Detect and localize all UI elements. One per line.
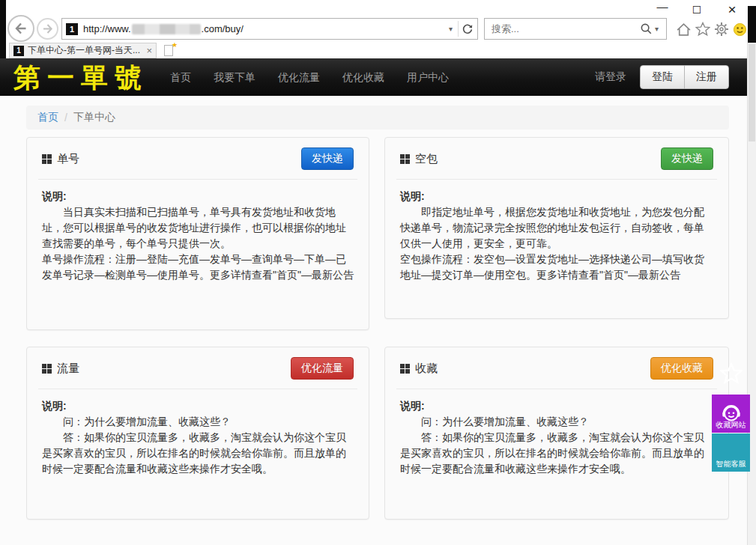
nav-item-home[interactable]: 首页 [159,58,202,96]
card-paragraph: 单号操作流程：注册—登陆—充值—发单号—查询单号—下单—已发单号记录—检测单号—… [42,252,354,283]
forward-button[interactable] [37,18,58,40]
card-title: 单号 [57,152,79,166]
register-button[interactable]: 注册 [684,65,729,89]
card-paragraph: 答：如果你的宝贝流量多，收藏多，淘宝就会认为你这个宝贝是买家喜欢的宝贝，所以在排… [400,430,713,477]
forward-arrow-icon [41,22,54,35]
feedback-smiley-icon[interactable] [731,22,748,37]
breadcrumb-home-link[interactable]: 首页 [37,111,58,124]
tab-favicon: 1 [13,46,24,56]
desktop-edge-right [748,6,756,43]
card-paragraph: 即指定地址单号，根据您发货地址和收货地址，为您发包分配快递单号，物流记录完全按照… [400,204,713,252]
card-header: 收藏 优化收藏 [385,347,728,389]
search-box[interactable]: ▾ [484,18,667,40]
card-paragraph: 空包操作流程：发空包—设置发货地址—选择快递公司—填写收货地址—提交订单—使用空… [400,252,713,283]
card-traffic: 流量 优化流量 说明: 问：为什么要增加流量、收藏这些？ 答：如果你的宝贝流量多… [26,347,369,520]
card-body: 说明: 即指定地址单号，根据您发货地址和收货地址，为您发包分配快递单号，物流记录… [385,180,728,305]
nav-menu: 首页 我要下单 优化流量 优化收藏 用户中心 [159,58,460,96]
search-input[interactable] [490,22,640,35]
card-paragraph: 问：为什么要增加流量、收藏这些？ [42,414,354,430]
send-express-button[interactable]: 发快递 [661,147,713,170]
card-body: 说明: 当日真实未扫描和已扫描单号，单号具有发货地址和收货地址，您可以根据单号的… [27,180,369,305]
url-domain-blurred [132,24,201,34]
tab-title: 下单中心-第一单号网-当天... [28,44,143,57]
tab-close-icon[interactable]: × [146,45,152,56]
headset-smiley-icon [720,401,743,427]
note-label: 说明: [400,398,713,414]
card-favorites: 收藏 优化收藏 说明: 问：为什么要增加流量、收藏这些？ 答：如果你的宝贝流量多… [384,347,729,520]
refresh-icon[interactable] [462,23,474,35]
site-navbar: 第一單號 首页 我要下单 优化流量 优化收藏 用户中心 请登录 登陆 注册 [0,58,747,96]
card-paragraph: 答：如果你的宝贝流量多，收藏多，淘宝就会认为你这个宝贝是买家喜欢的宝贝，所以在排… [42,430,354,477]
floating-widgets: 收藏网站 智能客服 [712,395,750,472]
note-label: 说明: [42,398,354,414]
url-dropdown-caret-icon[interactable]: ▾ [449,25,453,33]
settings-gear-icon[interactable] [713,22,730,37]
card-header: 单号 发快递 [27,138,369,179]
note-label: 说明: [42,189,354,204]
card-body: 说明: 问：为什么要增加流量、收藏这些？ 答：如果你的宝贝流量多，收藏多，淘宝就… [385,389,728,499]
card-empty-package: 空包 发快递 说明: 即指定地址单号，根据您发货地址和收货地址，为您发包分配快递… [384,137,729,319]
home-icon[interactable] [675,22,692,37]
smart-service-widget[interactable]: 智能客服 [712,433,750,472]
send-express-button[interactable]: 发快递 [301,147,354,170]
widget-label: 智能客服 [716,460,746,469]
star-icon [720,362,743,388]
tab-order-center[interactable]: 1 下单中心-第一单号网-当天... × [9,43,157,58]
browser-toolbar: 1 http://www. .com/buy/ ▾ ▾ [6,15,748,43]
nav-item-user-center[interactable]: 用户中心 [396,58,460,96]
card-title: 流量 [57,362,79,376]
login-button[interactable]: 登陆 [640,65,685,89]
site-logo[interactable]: 第一單號 [13,60,148,94]
tab-bar: 1 下单中心-第一单号网-当天... × ★ [6,43,748,58]
card-title: 空包 [415,152,438,166]
page-content: 首页 / 下单中心 单号 发快递 说明: 当日真实未扫描和已扫描单号，单号具有发… [0,96,747,545]
back-arrow-icon [13,21,28,36]
auth-button-group: 登陆 注册 [640,65,729,89]
card-header: 空包 发快递 [385,138,728,179]
breadcrumb-current: 下单中心 [73,111,115,124]
divider [458,21,459,37]
nav-item-favorites[interactable]: 优化收藏 [331,58,396,96]
nav-item-place-order[interactable]: 我要下单 [202,58,267,96]
card-header: 流量 优化流量 [27,347,369,389]
cards-grid: 单号 发快递 说明: 当日真实未扫描和已扫描单号，单号具有发货地址和收货地址，您… [26,137,729,520]
grid-icon [42,364,52,374]
breadcrumb-separator: / [64,112,67,124]
card-paragraph: 当日真实未扫描和已扫描单号，单号具有发货地址和收货地址，您可以根据单号的收发货地… [42,204,354,252]
new-tab-spark-icon: ★ [172,41,178,49]
nav-right: 请登录 登陆 注册 [595,65,729,89]
grid-icon [400,364,410,374]
search-dropdown-caret-icon[interactable]: ▾ [655,25,659,33]
grid-icon [400,154,410,164]
card-title: 收藏 [415,362,438,376]
url-suffix: .com/buy/ [202,23,244,34]
scrollbar-thumb[interactable] [749,44,755,141]
url-prefix: http://www. [83,23,131,34]
window-titlebar: — ☐ × [6,0,748,16]
card-order-number: 单号 发快递 说明: 当日真实未扫描和已扫描单号，单号具有发货地址和收货地址，您… [26,137,369,330]
address-bar[interactable]: 1 http://www. .com/buy/ ▾ [61,18,478,40]
grid-icon [42,154,52,164]
optimize-favorites-button[interactable]: 优化收藏 [650,357,713,380]
site-favicon: 1 [66,23,78,35]
note-label: 说明: [400,189,713,204]
breadcrumb: 首页 / 下单中心 [26,106,729,130]
search-icon[interactable] [640,22,653,35]
login-hint-text: 请登录 [595,70,626,84]
optimize-traffic-button[interactable]: 优化流量 [291,357,354,380]
new-tab-button[interactable]: ★ [163,44,178,58]
back-button[interactable] [7,15,34,42]
card-paragraph: 问：为什么要增加流量、收藏这些？ [400,414,713,430]
card-body: 说明: 问：为什么要增加流量、收藏这些？ 答：如果你的宝贝流量多，收藏多，淘宝就… [27,389,369,499]
nav-item-traffic[interactable]: 优化流量 [267,58,331,96]
favorites-star-icon[interactable] [695,22,711,37]
